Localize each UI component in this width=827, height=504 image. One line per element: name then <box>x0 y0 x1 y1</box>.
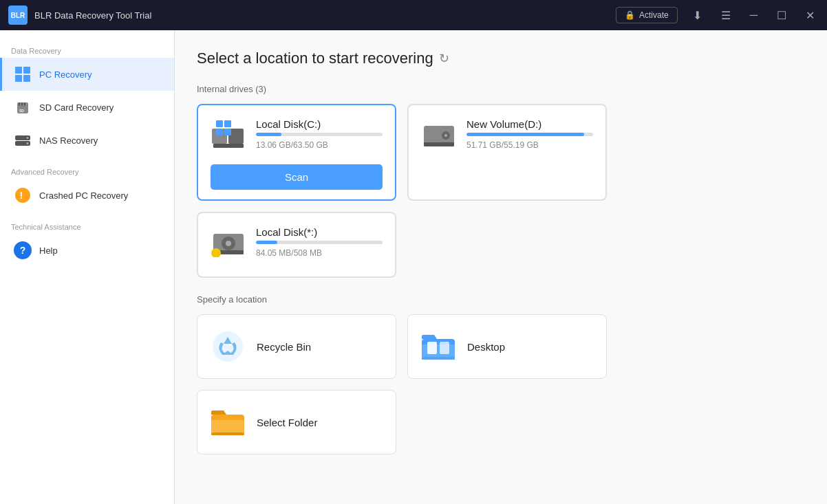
recycle-bin-label: Recycle Bin <box>257 341 311 353</box>
sd-card-icon: SD <box>13 98 32 117</box>
select-folder-label: Select Folder <box>257 417 317 428</box>
drive-d-icon <box>421 116 457 152</box>
location-card-recycle-bin[interactable]: Recycle Bin <box>197 314 396 379</box>
drive-c-icon <box>211 116 246 152</box>
svg-point-11 <box>27 137 29 139</box>
drive-c-name: Local Disk(C:) <box>256 118 383 130</box>
desktop-folder-icon <box>420 329 456 364</box>
svg-rect-18 <box>216 120 223 127</box>
svg-text:!: ! <box>20 190 23 201</box>
maximize-button[interactable]: ☐ <box>773 8 791 23</box>
sidebar-item-help-label: Help <box>39 245 58 256</box>
drive-d-progress-fill <box>466 133 584 136</box>
svg-rect-19 <box>224 120 231 127</box>
svg-rect-1 <box>23 67 30 74</box>
app-layout: Data Recovery PC Recovery <box>0 30 827 504</box>
download-icon[interactable]: ⬇ <box>689 8 706 23</box>
svg-rect-35 <box>427 342 437 354</box>
drive-d-name: New Volume(D:) <box>466 118 593 130</box>
drive-d-size: 51.71 GB/55.19 GB <box>466 140 593 150</box>
main-content: Select a location to start recovering ↻ … <box>175 30 827 504</box>
help-icon: ? <box>13 241 32 260</box>
internal-drives-label: Internal drives (3) <box>197 84 805 94</box>
pc-icon <box>13 65 32 84</box>
titlebar: BLR BLR Data Recovery Tool Trial 🔒 Activ… <box>0 0 827 30</box>
drive-star-progress-fill <box>256 241 277 244</box>
sidebar-item-crashed-pc-recovery[interactable]: ! Crashed PC Recovery <box>0 179 174 212</box>
svg-rect-2 <box>15 75 22 82</box>
app-title: BLR Data Recovery Tool Trial <box>34 10 616 21</box>
specify-location-label: Specify a location <box>197 294 805 305</box>
sidebar-item-pc-recovery-label: PC Recovery <box>39 69 92 80</box>
drive-card-star[interactable]: Local Disk(*:) 84.05 MB/508 MB <box>197 212 396 278</box>
sidebar: Data Recovery PC Recovery <box>0 30 175 504</box>
select-folder-icon <box>210 404 246 440</box>
crashed-pc-icon: ! <box>13 186 32 205</box>
desktop-label: Desktop <box>467 341 505 353</box>
svg-point-12 <box>27 142 29 144</box>
svg-rect-7 <box>24 102 25 106</box>
data-recovery-section-label: Data Recovery <box>0 41 174 58</box>
sidebar-item-crashed-pc-label: Crashed PC Recovery <box>39 190 128 201</box>
drive-c-progress-fill <box>256 133 281 136</box>
advanced-recovery-section-label: Advanced Recovery <box>0 162 174 179</box>
nas-icon <box>13 131 32 150</box>
drive-d-progress-bg <box>466 133 593 136</box>
svg-rect-6 <box>21 102 23 106</box>
drive-card-c[interactable]: Local Disk(C:) 13.06 GB/63.50 GB Scan <box>197 104 396 201</box>
sidebar-item-sd-card-label: SD Card Recovery <box>39 102 114 113</box>
drive-star-name: Local Disk(*:) <box>256 226 383 238</box>
drive-c-progress-bg <box>256 133 383 136</box>
app-logo: BLR <box>8 6 28 25</box>
drive-card-d[interactable]: New Volume(D:) 51.71 GB/55.19 GB <box>407 104 607 201</box>
location-card-desktop[interactable]: Desktop <box>407 314 607 379</box>
svg-point-29 <box>226 241 231 246</box>
svg-rect-39 <box>211 432 244 435</box>
page-title: Select a location to start recovering ↻ <box>197 50 805 67</box>
svg-text:SD: SD <box>19 109 24 113</box>
svg-rect-3 <box>23 75 30 82</box>
svg-point-25 <box>444 134 447 137</box>
svg-rect-21 <box>224 129 231 135</box>
lock-icon: 🔒 <box>625 10 635 20</box>
refresh-icon[interactable]: ↻ <box>439 51 449 66</box>
svg-rect-36 <box>440 342 449 354</box>
activate-button[interactable]: 🔒 Activate <box>616 7 678 23</box>
menu-icon[interactable]: ☰ <box>717 8 735 23</box>
location-card-select-folder[interactable]: Select Folder <box>197 390 396 454</box>
svg-rect-17 <box>213 144 244 148</box>
recycle-bin-icon <box>210 329 246 364</box>
sidebar-item-sd-card-recovery[interactable]: SD SD Card Recovery <box>0 91 174 124</box>
drive-c-size: 13.06 GB/63.50 GB <box>256 140 383 150</box>
svg-rect-23 <box>424 142 454 146</box>
sidebar-item-nas-label: NAS Recovery <box>39 135 98 146</box>
svg-rect-0 <box>15 67 22 74</box>
drive-star-icon <box>211 224 246 260</box>
svg-point-31 <box>213 331 243 362</box>
scan-button-c[interactable]: Scan <box>211 164 383 190</box>
minimize-button[interactable]: ─ <box>746 8 762 23</box>
sidebar-item-pc-recovery[interactable]: PC Recovery <box>0 58 174 91</box>
sidebar-item-nas-recovery[interactable]: NAS Recovery <box>0 124 174 157</box>
svg-rect-5 <box>19 102 20 106</box>
titlebar-actions: 🔒 Activate ⬇ ☰ ─ ☐ ✕ <box>616 7 819 23</box>
sidebar-item-help[interactable]: ? Help <box>0 234 174 267</box>
technical-assistance-section-label: Technical Assistance <box>0 217 174 234</box>
svg-rect-20 <box>216 129 223 135</box>
svg-rect-34 <box>422 357 455 360</box>
drive-star-size: 84.05 MB/508 MB <box>256 248 383 258</box>
drive-star-progress-bg <box>256 241 383 244</box>
location-cards-grid: Recycle Bin <box>197 314 805 454</box>
close-button[interactable]: ✕ <box>802 8 819 23</box>
internal-drives-grid: Local Disk(C:) 13.06 GB/63.50 GB Scan <box>197 104 805 278</box>
